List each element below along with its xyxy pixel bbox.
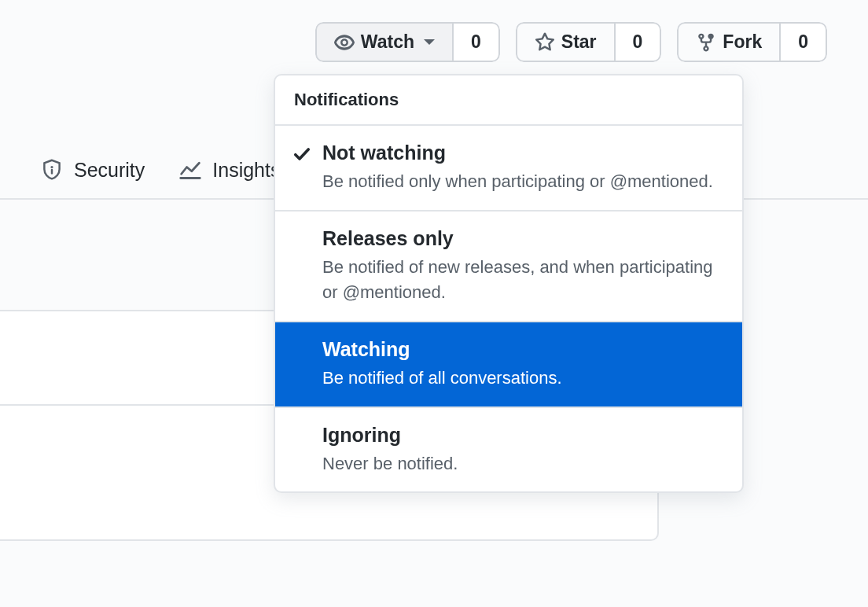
star-button-group: Star 0 [516, 22, 662, 62]
dropdown-item-watching[interactable]: Watching Be notified of all conversation… [275, 322, 742, 408]
dropdown-item-desc: Be notified only when participating or @… [322, 169, 723, 194]
dropdown-item-title: Watching [322, 338, 723, 361]
dropdown-item-title: Ignoring [322, 424, 723, 447]
watch-label: Watch [361, 31, 414, 53]
eye-icon [334, 32, 355, 53]
tab-insights-label: Insights [212, 159, 280, 182]
shield-icon [41, 159, 63, 181]
dropdown-item-title: Not watching [322, 142, 723, 164]
check-icon [292, 145, 311, 167]
dropdown-item-ignoring[interactable]: Ignoring Never be notified. [275, 408, 742, 492]
tab-security-label: Security [74, 159, 145, 182]
fork-count[interactable]: 0 [779, 22, 827, 62]
dropdown-header: Notifications [275, 75, 742, 126]
watch-button[interactable]: Watch [315, 22, 452, 62]
tab-security[interactable]: Security [41, 159, 145, 182]
tab-insights[interactable]: Insights [179, 159, 280, 182]
graph-icon [179, 159, 201, 181]
watch-button-group: Watch 0 [315, 22, 500, 62]
fork-button[interactable]: Fork [677, 22, 779, 62]
fork-label: Fork [723, 31, 762, 53]
dropdown-item-not-watching[interactable]: Not watching Be notified only when parti… [275, 126, 742, 212]
watch-count[interactable]: 0 [452, 22, 500, 62]
star-button[interactable]: Star [516, 22, 614, 62]
fork-icon [696, 32, 716, 53]
fork-button-group: Fork 0 [677, 22, 827, 62]
dropdown-item-desc: Be notified of new releases, and when pa… [322, 255, 723, 305]
dropdown-item-releases-only[interactable]: Releases only Be notified of new release… [275, 212, 742, 322]
notifications-dropdown: Notifications Not watching Be notified o… [274, 74, 744, 493]
star-icon [535, 32, 555, 53]
star-label: Star [561, 31, 597, 53]
star-count[interactable]: 0 [614, 22, 662, 62]
repo-actions-bar: Watch 0 Star 0 Fork 0 [315, 22, 827, 62]
caret-down-icon [424, 39, 435, 45]
dropdown-item-desc: Be notified of all conversations. [322, 366, 723, 391]
dropdown-item-title: Releases only [322, 227, 723, 250]
svg-point-0 [50, 166, 53, 168]
dropdown-item-desc: Never be notified. [322, 451, 723, 476]
